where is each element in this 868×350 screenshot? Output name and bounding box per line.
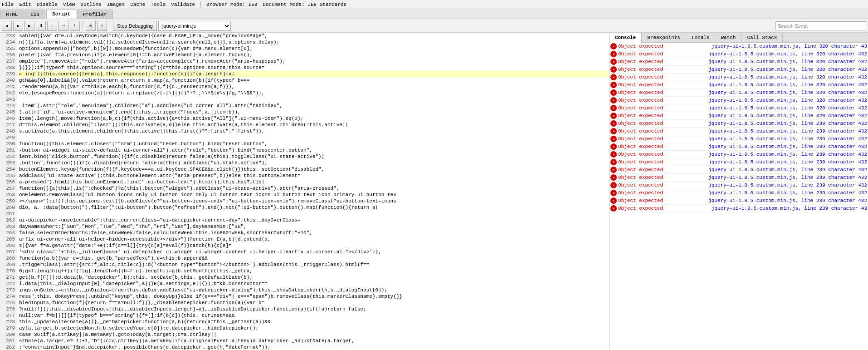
console-message-text: Object expected	[618, 67, 668, 72]
tab-html[interactable]: HTML	[0, 10, 24, 19]
console-tab-breakpoints[interactable]: Breakpoints	[642, 33, 686, 43]
code-line: l.data(this._dialogInput[0],"datepicker"…	[19, 281, 609, 287]
error-icon: ✕	[610, 128, 617, 134]
code-line: dayNamesShort:["Sun","Mon","Tue","Wed","…	[19, 223, 609, 230]
toolbar-btn-step-out[interactable]: ↑	[70, 21, 80, 31]
menu-images[interactable]: Images	[107, 2, 125, 7]
console-message[interactable]: ✕Object expectedjquery-ui-1.8.5.custom.m…	[610, 58, 868, 66]
script-file-select[interactable]: jquery-ui.min.js	[158, 21, 231, 31]
console-message[interactable]: ✕Object expectedjquery-ui-1.8.5.custom.m…	[610, 182, 868, 189]
menu-tools[interactable]: Tools	[151, 2, 166, 7]
toolbar-btn-forward[interactable]: ▶	[13, 21, 23, 31]
console-tabs: Console Breakpoints Locals Watch Call St…	[610, 33, 868, 43]
code-line: '<div class="'+this._inlineClass+' ui-da…	[19, 249, 609, 255]
search-script-input[interactable]	[775, 21, 866, 30]
stop-debugging-button[interactable]: Stop Debugging	[113, 21, 157, 31]
line-number: 264	[2, 230, 15, 236]
console-message-text: Object expected	[618, 74, 668, 80]
line-number: 262	[2, 217, 15, 223]
code-line: get(b,f[F]));d.data(b,"datepicker",b);th…	[19, 274, 609, 281]
line-number: 246	[2, 115, 15, 122]
code-text: s.activate(a,this.element.children(!this…	[19, 128, 264, 134]
toolbar-btn-step-over[interactable]: →	[59, 21, 68, 31]
console-message[interactable]: ✕Object expectedjquery-ui-1.8.5.custom.m…	[610, 166, 868, 174]
code-text: ress",this._doKeyPress).unbind("keyup",t…	[19, 294, 402, 299]
console-messages[interactable]: ✕Object expectedjquery-ui-1.8.5.custom.m…	[610, 43, 868, 350]
error-icon: ✕	[610, 113, 617, 119]
menu-document-mode[interactable]: Document Mode: IE8 Standards	[263, 2, 346, 7]
console-message[interactable]: ✕Object expectedjquery-ui-1.8.5.custom.m…	[610, 81, 868, 89]
menu-view[interactable]: View	[63, 2, 75, 7]
code-content[interactable]: sabled){var d=e.ui.keyCode;switch(c.keyC…	[17, 33, 609, 350]
line-number: 265	[2, 236, 15, 242]
line-number: 252	[2, 153, 15, 160]
menu-validate[interactable]: Validate	[171, 2, 195, 7]
tab-script[interactable]: Script	[46, 10, 76, 19]
console-message[interactable]: ✕Object expectedjquery-ui-1.8.5.custom.m…	[610, 120, 868, 128]
tab-profiler[interactable]: Profiler	[77, 10, 113, 19]
error-icon: ✕	[610, 151, 617, 158]
toolbar-btn-step-into[interactable]: ↓	[47, 21, 57, 31]
console-message[interactable]: ✕Object expectedjquery-ui-1.8.5.custom.m…	[610, 74, 868, 81]
console-tab-locals[interactable]: Locals	[686, 33, 716, 43]
code-line: 0;g<f.length;g++)if(f[g].length>h){h=f[g…	[19, 268, 609, 274]
toolbar-separator	[83, 21, 83, 30]
code-text: a-pressed").html(this.buttonElement.find…	[19, 179, 268, 185]
console-message[interactable]: ✕Object expectedjquery-ui-1.8.5.custom.m…	[610, 174, 868, 182]
console-message[interactable]: ✕Object expectedjquery-ui-1.8.5.custom.m…	[610, 189, 868, 197]
line-number: 238	[2, 64, 15, 71]
line-number: 254	[2, 166, 15, 173]
toolbar-btn-pause[interactable]: ⏸	[36, 21, 46, 31]
console-message[interactable]: ✕Object expectedjquery-ui-1.8.5.custom.m…	[610, 135, 868, 143]
code-line: d=this.element.children(":last"));this.a…	[19, 122, 609, 128]
code-text: onElement.removeClass("ui-button-icons-o…	[19, 192, 396, 197]
code-text: plete");var f=a.previous;if(a.element[0]…	[19, 52, 253, 58]
code-text: stDate(a.target,e?-1:+1,"D");c=a.ctrlKey…	[19, 338, 354, 344]
console-message-source: jquery-ui-1.8.5.custom.min.js, line 320 …	[708, 67, 867, 72]
code-line: onElement.removeClass("ui-button-icons-o…	[19, 192, 609, 198]
toolbar-btn-back[interactable]: ◀	[2, 21, 12, 31]
line-number: 276	[2, 306, 15, 312]
console-message[interactable]: ✕Object expectedjquery-ui-1.8.5.custom.m…	[610, 128, 868, 135]
console-message[interactable]: ✕Object expectedjquery-ui-1.8.5.custom.m…	[610, 112, 868, 120]
console-message[interactable]: ✕Object expectedjquery-ui-1.8.5.custom.m…	[610, 151, 868, 158]
tab-css[interactable]: CSS	[24, 10, 45, 19]
console-message[interactable]: ✕Object expectedjquery-ui-1.8.5.custom.m…	[610, 50, 868, 58]
console-tab-callstack[interactable]: Call Stack	[741, 33, 783, 43]
tab-bar: HTML CSS Script Profiler	[0, 9, 868, 19]
toolbar-btn-breakpoint[interactable]: ⊙	[86, 21, 96, 31]
menu-edit[interactable]: Edit	[19, 2, 31, 7]
toolbar-btn-exception[interactable]: ⚡	[97, 21, 107, 31]
console-message[interactable]: ✕Object expectedjquery-ui-1.8.5.custom.m…	[610, 66, 868, 74]
console-message[interactable]: ✕Object expectedjquery-ui-1.8.5.custom.m…	[610, 143, 868, 151]
console-message[interactable]: ✕Object expectedjquery-ui-1.8.5.custom.m…	[610, 205, 868, 212]
line-number: 278	[2, 319, 15, 325]
menu-file[interactable]: File	[2, 2, 14, 7]
error-icon: ✕	[610, 105, 617, 111]
menu-cache[interactable]: Cache	[130, 2, 145, 7]
code-line	[19, 211, 609, 217]
code-text: function(){this.element.closest("form").…	[19, 141, 268, 147]
console-message[interactable]: ✕Object expectedjquery-ui-1.8.5.custom.m…	[610, 97, 868, 104]
console-message[interactable]: ✕Object expectedjquery-ui-1.8.5.custom.m…	[610, 43, 868, 50]
menu-outline[interactable]: Outline	[80, 2, 101, 7]
console-message-text: Object expected	[618, 113, 668, 118]
console-message-text: Object expected	[618, 98, 668, 103]
menu-browser-mode[interactable]: Browser Mode: IE8	[206, 2, 257, 7]
code-text: dio, a, :data(button)").filter(":ui-butt…	[19, 205, 378, 210]
console-message[interactable]: ✕Object expectedjquery-ui-1.8.5.custom.m…	[610, 89, 868, 97]
line-number: 236	[2, 52, 15, 58]
error-icon: ✕	[610, 51, 617, 57]
code-panel: 2332342352362372382392402412422432442452…	[0, 33, 610, 350]
console-tab-watch[interactable]: Watch	[715, 33, 741, 43]
console-message[interactable]: ✕Object expectedjquery-ui-1.8.5.custom.m…	[610, 104, 868, 112]
toolbar-btn-play[interactable]: ▶	[24, 21, 34, 31]
console-message-text: Object expected	[618, 136, 668, 142]
console-message-source: jquery-ui-1.8.5.custom.min.js, line 239 …	[712, 206, 867, 211]
console-message[interactable]: ✕Object expectedjquery-ui-1.8.5.custom.m…	[610, 158, 868, 166]
line-number: 267	[2, 249, 15, 255]
menu-disable[interactable]: Disable	[37, 2, 58, 7]
console-message[interactable]: ✕Object expectedjquery-ui-1.8.5.custom.m…	[610, 197, 868, 205]
line-number: 259	[2, 198, 15, 204]
console-tab-console[interactable]: Console	[610, 33, 642, 43]
